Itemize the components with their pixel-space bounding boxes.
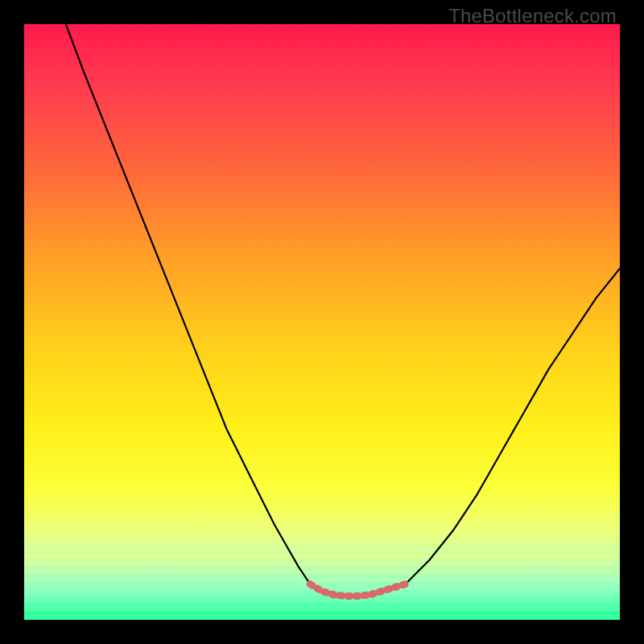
bottleneck-curve-svg (24, 24, 620, 620)
curve-right-branch (406, 268, 620, 584)
curve-left-branch (66, 24, 310, 584)
curve-bottom-accent (310, 584, 405, 597)
watermark-text: TheBottleneck.com (448, 5, 617, 27)
chart-container: TheBottleneck.com (0, 0, 644, 644)
